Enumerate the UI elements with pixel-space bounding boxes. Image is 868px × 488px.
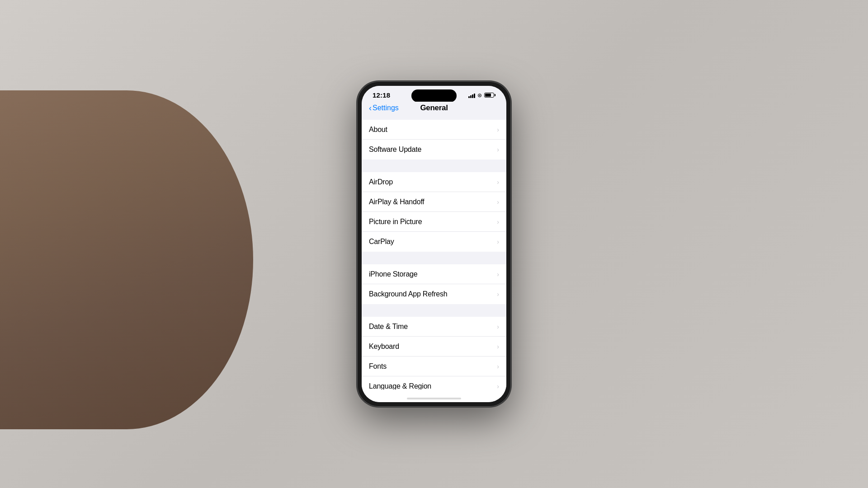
battery-tip — [495, 94, 495, 96]
iphone-storage-row[interactable]: iPhone Storage › — [362, 264, 506, 284]
back-chevron-icon: ‹ — [369, 104, 372, 112]
software-update-chevron-icon: › — [497, 146, 499, 153]
settings-list[interactable]: About › Software Update › — [362, 116, 506, 389]
scene: 12:18 ⊛ — [0, 0, 868, 488]
keyboard-label: Keyboard — [369, 343, 399, 351]
picture-in-picture-chevron-icon: › — [497, 218, 499, 225]
background-app-refresh-row[interactable]: Background App Refresh › — [362, 284, 506, 304]
carplay-row[interactable]: CarPlay › — [362, 232, 506, 252]
iphone-storage-label: iPhone Storage — [369, 270, 418, 278]
group-spacer-1 — [362, 160, 506, 172]
fonts-chevron-icon: › — [497, 363, 499, 370]
battery-body — [484, 93, 494, 98]
group-spacer-3 — [362, 304, 506, 317]
page-title: General — [420, 103, 448, 113]
about-label: About — [369, 126, 387, 134]
software-update-label: Software Update — [369, 145, 421, 154]
battery-icon — [484, 93, 495, 98]
phone-device: 12:18 ⊛ — [357, 81, 511, 407]
fonts-row[interactable]: Fonts › — [362, 357, 506, 376]
back-button[interactable]: ‹ Settings — [369, 104, 399, 112]
airplay-handoff-label: AirPlay & Handoff — [369, 198, 425, 206]
phone-screen: 12:18 ⊛ — [362, 86, 506, 402]
iphone-storage-chevron-icon: › — [497, 271, 499, 278]
wifi-icon: ⊛ — [477, 92, 482, 99]
background-app-refresh-chevron-icon: › — [497, 291, 499, 298]
settings-group-2: AirDrop › AirPlay & Handoff › — [362, 172, 506, 252]
date-time-row[interactable]: Date & Time › — [362, 317, 506, 337]
group-spacer-2 — [362, 252, 506, 264]
language-region-row[interactable]: Language & Region › — [362, 376, 506, 389]
date-time-chevron-icon: › — [497, 323, 499, 330]
signal-bar-4 — [474, 94, 475, 98]
picture-in-picture-label: Picture in Picture — [369, 218, 422, 226]
fonts-label: Fonts — [369, 362, 387, 371]
signal-bar-3 — [472, 94, 473, 98]
status-icons: ⊛ — [468, 92, 495, 99]
battery-fill — [485, 94, 491, 97]
about-chevron-icon: › — [497, 126, 499, 133]
airdrop-label: AirDrop — [369, 178, 393, 186]
software-update-row[interactable]: Software Update › — [362, 140, 506, 160]
date-time-label: Date & Time — [369, 323, 408, 331]
picture-in-picture-row[interactable]: Picture in Picture › — [362, 212, 506, 232]
carplay-chevron-icon: › — [497, 238, 499, 245]
settings-group-3: iPhone Storage › Background App Refresh … — [362, 264, 506, 304]
status-bar: 12:18 ⊛ — [362, 86, 506, 102]
settings-group-1: About › Software Update › — [362, 120, 506, 160]
status-time: 12:18 — [373, 91, 390, 99]
home-indicator — [362, 389, 506, 402]
language-region-chevron-icon: › — [497, 383, 499, 390]
language-region-label: Language & Region — [369, 382, 431, 390]
keyboard-chevron-icon: › — [497, 343, 499, 350]
hand — [0, 90, 253, 429]
nav-header: ‹ Settings General — [362, 102, 506, 116]
background-app-refresh-label: Background App Refresh — [369, 290, 448, 298]
airplay-handoff-row[interactable]: AirPlay & Handoff › — [362, 192, 506, 212]
settings-group-4: Date & Time › Keyboard › — [362, 317, 506, 389]
signal-bar-2 — [470, 95, 472, 98]
keyboard-row[interactable]: Keyboard › — [362, 337, 506, 357]
dynamic-island — [411, 89, 457, 102]
airplay-handoff-chevron-icon: › — [497, 198, 499, 206]
carplay-label: CarPlay — [369, 238, 394, 246]
signal-bar-1 — [468, 96, 470, 98]
airdrop-row[interactable]: AirDrop › — [362, 172, 506, 192]
back-label: Settings — [373, 104, 399, 112]
about-row[interactable]: About › — [362, 120, 506, 140]
home-bar — [407, 398, 461, 399]
airdrop-chevron-icon: › — [497, 178, 499, 186]
signal-bars-icon — [468, 93, 475, 98]
